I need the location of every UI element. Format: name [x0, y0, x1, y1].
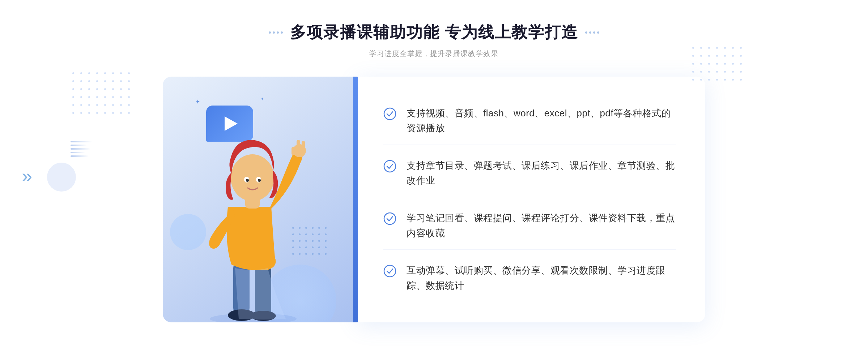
bg-dot — [732, 71, 734, 73]
bg-dot — [700, 47, 702, 49]
svg-point-17 — [384, 213, 396, 224]
bg-dot — [692, 47, 694, 49]
bg-dot — [88, 72, 90, 74]
bg-dot — [72, 96, 74, 98]
bg-dot-pattern-left — [72, 72, 133, 117]
sparkle-icon: ✦ — [260, 96, 264, 102]
bg-dot — [88, 112, 90, 114]
sparkle-icon: ✦ — [195, 98, 200, 105]
bg-dot — [724, 63, 726, 65]
bg-dot — [708, 63, 710, 65]
bg-dot — [112, 88, 114, 90]
deco-lines-left — [71, 141, 92, 157]
bg-dot — [112, 80, 114, 82]
bg-dot — [112, 96, 114, 98]
bg-dot — [96, 104, 98, 106]
deco-line — [71, 141, 92, 142]
check-icon-3 — [383, 212, 396, 225]
bg-dot — [112, 72, 114, 74]
deco-dot — [281, 31, 283, 34]
bg-dot — [88, 80, 90, 82]
svg-point-15 — [384, 108, 396, 120]
bg-dot — [120, 72, 122, 74]
bg-dot — [708, 47, 710, 49]
deco-dot — [277, 31, 279, 34]
bg-dot — [80, 112, 82, 114]
bg-dot — [96, 80, 98, 82]
bg-dot — [732, 55, 734, 57]
person-illustration — [177, 106, 329, 322]
bg-dot — [716, 55, 718, 57]
bg-dot — [716, 47, 718, 49]
bg-dot-pattern-right — [692, 47, 745, 84]
dot-grid — [72, 72, 133, 117]
check-icon-1 — [383, 107, 396, 120]
bg-dot — [724, 71, 726, 73]
bg-dot — [724, 47, 726, 49]
bg-dot — [112, 112, 114, 114]
bg-dot — [128, 112, 130, 114]
bg-dot — [128, 104, 130, 106]
outer-deco-circle — [47, 163, 76, 192]
svg-point-14 — [258, 179, 261, 182]
bg-dot — [740, 79, 742, 81]
bg-dot — [88, 88, 90, 90]
bg-dot — [104, 104, 106, 106]
feature-item-1: 支持视频、音频、flash、word、excel、ppt、pdf等各种格式的资源… — [383, 97, 676, 145]
svg-point-18 — [384, 265, 396, 277]
feature-text-2: 支持章节目录、弹题考试、课后练习、课后作业、章节测验、批改作业 — [407, 158, 676, 188]
bg-dot — [72, 72, 74, 74]
bg-dot — [80, 80, 82, 82]
deco-line — [71, 145, 87, 146]
feature-item-3: 学习笔记回看、课程提问、课程评论打分、课件资料下载，重点内容收藏 — [383, 202, 676, 250]
bg-dot — [128, 72, 130, 74]
features-panel: 支持视频、音频、flash、word、excel、ppt、pdf等各种格式的资源… — [358, 77, 705, 322]
bg-dot — [80, 104, 82, 106]
deco-line — [71, 152, 85, 153]
bg-dot — [72, 112, 74, 114]
bg-dot — [120, 112, 122, 114]
bg-dot — [716, 79, 718, 81]
deco-dot — [589, 31, 591, 34]
dot-grid-right — [692, 47, 745, 84]
subtitle: 学习进度全掌握，提升录播课教学效果 — [269, 49, 599, 59]
bg-dot — [700, 79, 702, 81]
bg-dot — [96, 72, 98, 74]
bg-dot — [104, 88, 106, 90]
bg-dot — [740, 71, 742, 73]
check-icon-2 — [383, 160, 396, 173]
bg-dot — [104, 96, 106, 98]
title-decorator-left — [269, 31, 283, 34]
deco-line — [71, 155, 89, 157]
bg-dot — [740, 47, 742, 49]
deco-line — [71, 148, 90, 150]
bg-dot — [716, 71, 718, 73]
deco-dot — [593, 31, 595, 34]
bg-dot — [128, 80, 130, 82]
bg-dot — [724, 79, 726, 81]
chevron-left-icon: » — [22, 165, 29, 187]
bg-dot — [708, 71, 710, 73]
svg-point-10 — [231, 154, 274, 201]
bg-dot — [120, 80, 122, 82]
bg-dot — [120, 88, 122, 90]
bg-dot — [700, 71, 702, 73]
title-decorator-right — [585, 31, 599, 34]
feature-text-4: 互动弹幕、试听购买、微信分享、观看次数限制、学习进度跟踪、数据统计 — [407, 263, 676, 293]
bg-dot — [112, 104, 114, 106]
bg-dot — [732, 63, 734, 65]
main-title: 多项录播课辅助功能 专为线上教学打造 — [290, 22, 578, 43]
feature-item-2: 支持章节目录、弹题考试、课后练习、课后作业、章节测验、批改作业 — [383, 150, 676, 197]
bg-dot — [732, 79, 734, 81]
bg-dot — [88, 96, 90, 98]
bg-dot — [128, 88, 130, 90]
bg-dot — [708, 55, 710, 57]
feature-item-4: 互动弹幕、试听购买、微信分享、观看次数限制、学习进度跟踪、数据统计 — [383, 254, 676, 302]
bg-dot — [120, 96, 122, 98]
bg-dot — [104, 80, 106, 82]
bg-dot — [72, 80, 74, 82]
bg-dot — [72, 104, 74, 106]
bg-dot — [80, 72, 82, 74]
bg-dot — [80, 88, 82, 90]
check-icon-4 — [383, 265, 396, 278]
